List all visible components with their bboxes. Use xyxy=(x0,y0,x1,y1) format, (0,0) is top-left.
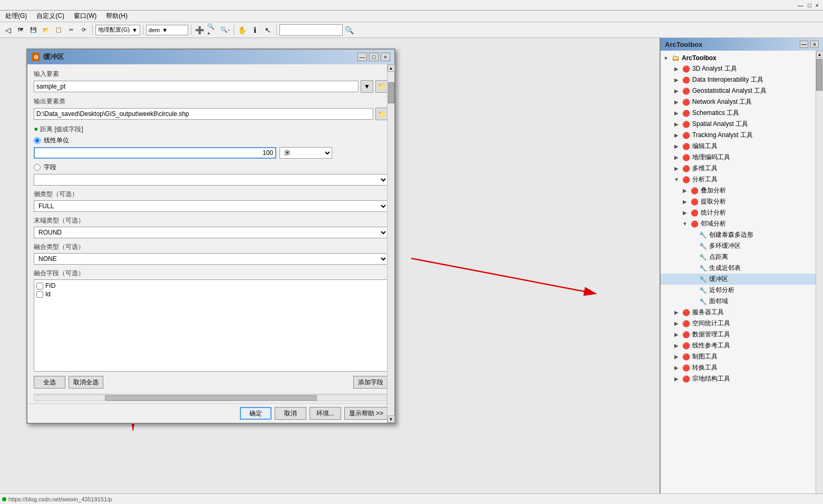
distance-value-input[interactable] xyxy=(34,147,276,159)
toolbox-extract[interactable]: ▶ 🔴 提取分析 xyxy=(661,196,823,207)
toolbox-conversion[interactable]: ▶ 🔴 转换工具 xyxy=(661,362,823,373)
input-browse-btn[interactable]: 📁 xyxy=(375,80,388,93)
toolbar-zoom-out[interactable]: 🔍- xyxy=(219,24,231,36)
side-type-select[interactable]: FULL LEFT RIGHT xyxy=(34,200,388,212)
field-dropdown[interactable] xyxy=(34,174,388,186)
toolbox-overlay[interactable]: ▶ 🔴 叠加分析 xyxy=(661,185,823,196)
toolbox-point-dist[interactable]: ▶ 🔧 点距离 xyxy=(661,251,823,263)
input-dropdown-btn[interactable]: ▼ xyxy=(361,80,373,93)
distance-unit-select[interactable]: 米 千米 英尺 xyxy=(279,147,332,159)
toolbox-scroll-track[interactable] xyxy=(816,58,823,497)
toolbox-scroll-up[interactable]: ▲ xyxy=(816,51,824,58)
toolbox-root[interactable]: ▼ 🗂 ArcToolbox xyxy=(661,53,823,63)
toolbox-linear-ref[interactable]: ▶ 🔴 线性参考工具 xyxy=(661,340,823,351)
end-type-select[interactable]: ROUND FLAT xyxy=(34,227,388,238)
toolbox-scroll-thumb[interactable] xyxy=(816,59,822,91)
toolbox-near-table[interactable]: ▶ 🔧 生成近邻表 xyxy=(661,263,823,274)
toolbox-data-interop[interactable]: ▶ 🔴 Data Interoperability 工具 xyxy=(661,74,823,85)
add-field-btn[interactable]: 添加字段 xyxy=(353,376,388,389)
menu-processing[interactable]: 处理(G) xyxy=(2,11,30,22)
cancel-btn[interactable]: 取消 xyxy=(275,407,306,420)
toolbox-stats[interactable]: ▶ 🔴 统计分析 xyxy=(661,207,823,218)
vscroll-down[interactable]: ▼ xyxy=(388,415,395,423)
env-btn[interactable]: 环境... xyxy=(309,407,341,420)
toolbox-tracking[interactable]: ▶ 🔴 Tracking Analyst 工具 xyxy=(661,130,823,141)
linear-unit-radio[interactable] xyxy=(34,137,41,144)
toolbox-polygon-neighbors[interactable]: ▶ 🔧 面邻域 xyxy=(661,296,823,307)
toolbar-btn-7[interactable]: ⟳ xyxy=(78,24,90,36)
toolbar-btn-6[interactable]: ✂ xyxy=(65,24,77,36)
toolbox-cartography[interactable]: ▶ 🔴 制图工具 xyxy=(661,351,823,362)
toolbox-network-analyst[interactable]: ▶ 🔴 Network Analyst 工具 xyxy=(661,96,823,108)
toolbar-zoom-in[interactable]: 🔍+ xyxy=(207,24,218,36)
dialog-close-btn[interactable]: × xyxy=(381,53,390,61)
input-features-field[interactable] xyxy=(34,81,359,92)
dissolve-type-select[interactable]: NONE ALL LIST xyxy=(34,253,388,265)
vscroll-up[interactable]: ▲ xyxy=(388,64,395,72)
toolbox-data-mgmt[interactable]: ▶ 🔴 数据管理工具 xyxy=(661,329,823,340)
toolbox-parcel[interactable]: ▶ 🔴 宗地结构工具 xyxy=(661,373,823,384)
md-expand: ▶ xyxy=(673,166,680,172)
toolbox-schematics[interactable]: ▶ 🔴 Schematics 工具 xyxy=(661,108,823,119)
toolbox-multi-buffer[interactable]: ▶ 🔧 多环缓冲区 xyxy=(661,240,823,251)
toolbox-geocode[interactable]: ▶ 🔴 地理编码工具 xyxy=(661,152,823,163)
fid-checkbox[interactable] xyxy=(36,283,43,289)
ta-icon: 🔴 xyxy=(682,131,690,140)
id-checkbox[interactable] xyxy=(36,291,43,298)
dialog-vscrollbar[interactable]: ▲ ▼ xyxy=(387,64,394,423)
dialog-hscrollbar[interactable] xyxy=(34,394,388,401)
toolbar-pan[interactable]: ✋ xyxy=(237,24,248,36)
toolbox-spatial-stats[interactable]: ▶ 🔴 空间统计工具 xyxy=(661,318,823,329)
geo-config-dropdown[interactable]: 地理配置(G) ▼ xyxy=(95,25,140,35)
ok-btn[interactable]: 确定 xyxy=(240,407,272,420)
os-maximize-btn[interactable]: □ xyxy=(808,2,811,8)
output-features-field[interactable] xyxy=(34,108,373,120)
toolbox-minimize-btn[interactable]: — xyxy=(800,41,808,48)
toolbox-thiessen[interactable]: ▶ 🔧 创建泰森多边形 xyxy=(661,229,823,240)
toolbox-server[interactable]: ▶ 🔴 服务器工具 xyxy=(661,307,823,318)
select-all-btn[interactable]: 全选 xyxy=(34,376,65,389)
toolbox-buffer[interactable]: ▶ 🔧 缓冲区 xyxy=(661,274,823,285)
toolbox-edit[interactable]: ▶ 🔴 编辑工具 xyxy=(661,141,823,152)
vscroll-thumb[interactable] xyxy=(388,82,394,103)
os-window-controls[interactable]: — □ × xyxy=(798,2,819,8)
toolbar-btn-1[interactable]: ◁ xyxy=(2,24,14,36)
dialog-minimize-btn[interactable]: — xyxy=(357,53,367,61)
dem-dropdown[interactable]: dem ▼ xyxy=(146,25,188,35)
toolbar-btn-5[interactable]: 📋 xyxy=(53,24,64,36)
os-close-btn[interactable]: × xyxy=(816,2,819,8)
toolbox-near-analysis[interactable]: ▶ 🔧 近邻分析 xyxy=(661,285,823,296)
toolbox-neighborhood[interactable]: ▼ 🔴 邻域分析 xyxy=(661,218,823,229)
hscroll-thumb[interactable] xyxy=(105,395,317,401)
toolbox-spatial-analyst[interactable]: ▶ 🔴 Spatial Analyst 工具 xyxy=(661,119,823,130)
ov-label: 叠加分析 xyxy=(701,186,726,195)
toolbar-add-btn[interactable]: ➕ xyxy=(194,24,206,36)
menu-help[interactable]: 帮助(H) xyxy=(103,11,131,22)
pd-icon: 🔧 xyxy=(699,253,707,261)
vscroll-track[interactable] xyxy=(388,72,394,415)
toolbar-select[interactable]: ↖ xyxy=(262,24,274,36)
toolbar-btn-2[interactable]: 🗺 xyxy=(15,24,26,36)
dialog-titlebar[interactable]: ⚙ 缓冲区 — □ × xyxy=(27,50,394,64)
menu-window[interactable]: 窗口(W) xyxy=(71,11,100,22)
deselect-all-btn[interactable]: 取消全选 xyxy=(69,376,103,389)
help-btn[interactable]: 显示帮助 >> xyxy=(344,407,388,420)
toolbox-geostat[interactable]: ▶ 🔴 Geostatistical Analyst 工具 xyxy=(661,85,823,96)
toolbox-analysis[interactable]: ▼ 🔴 分析工具 xyxy=(661,174,823,185)
output-browse-btn[interactable]: 📁 xyxy=(375,108,388,120)
search-input-toolbar[interactable] xyxy=(279,24,343,36)
hscroll-track[interactable] xyxy=(34,395,388,401)
toolbox-3d-analyst[interactable]: ▶ 🔴 3D Analyst 工具 xyxy=(661,63,823,74)
toolbar-btn-4[interactable]: 📂 xyxy=(40,24,52,36)
dialog-maximize-btn[interactable]: □ xyxy=(369,53,379,61)
toolbar-btn-3[interactable]: 💾 xyxy=(27,24,39,36)
toolbar-search-btn[interactable]: 🔍 xyxy=(344,24,355,36)
toolbox-vscrollbar[interactable]: ▲ ▼ xyxy=(816,51,823,504)
menu-customize[interactable]: 自定义(C) xyxy=(33,11,67,22)
toolbar-info[interactable]: ℹ xyxy=(249,24,261,36)
os-minimize-btn[interactable]: — xyxy=(798,2,803,8)
fid-label: FID xyxy=(45,282,55,289)
field-radio[interactable] xyxy=(34,164,41,171)
toolbox-close-btn[interactable]: × xyxy=(810,41,819,48)
toolbox-multidim[interactable]: ▶ 🔴 多维工具 xyxy=(661,163,823,174)
